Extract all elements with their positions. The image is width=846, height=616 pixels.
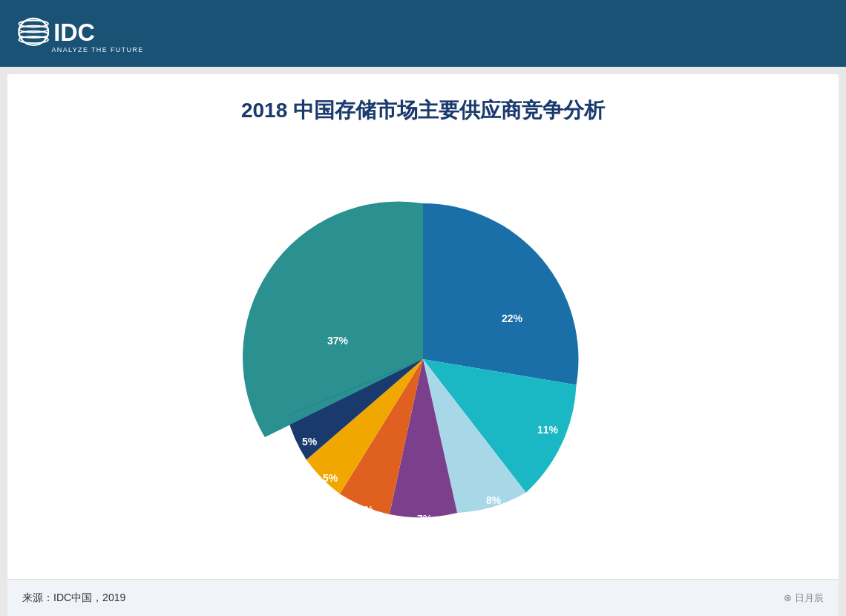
footer-watermark: ⊗ 日月辰 <box>784 592 824 605</box>
segment-huawei <box>423 203 578 385</box>
footer: 来源：IDC中国，2019 ⊗ 日月辰 <box>7 579 839 616</box>
footer-source: 来源：IDC中国，2019 <box>22 592 125 605</box>
svg-text:IDC: IDC <box>53 19 95 45</box>
label-huawei: 22% <box>502 312 523 324</box>
label-h3c: 8% <box>486 494 502 506</box>
main-content: 2018 中国存储市场主要供应商竞争分析 22% <box>7 74 839 616</box>
chart-title: 2018 中国存储市场主要供应商竞争分析 <box>241 96 605 125</box>
label-dell-emc: 11% <box>537 424 559 436</box>
label-sugon: 5% <box>358 504 374 516</box>
label-lenovo: 5% <box>302 436 318 448</box>
header: IDC ANALYZE THE FUTURE <box>0 0 846 67</box>
idc-logo: IDC ANALYZE THE FUTURE <box>15 10 148 58</box>
pie-chart: 22% 11% 8% 7% 5% 5% 5% 37% <box>223 181 623 537</box>
label-hikvision: 7% <box>417 513 433 525</box>
logo-wrapper: IDC ANALYZE THE FUTURE <box>15 10 148 58</box>
svg-text:ANALYZE THE FUTURE: ANALYZE THE FUTURE <box>52 45 144 53</box>
label-others: 37% <box>327 335 349 347</box>
label-inspur: 5% <box>323 472 338 484</box>
chart-area: 22% 11% 8% 7% 5% 5% 5% 37% <box>37 132 809 586</box>
